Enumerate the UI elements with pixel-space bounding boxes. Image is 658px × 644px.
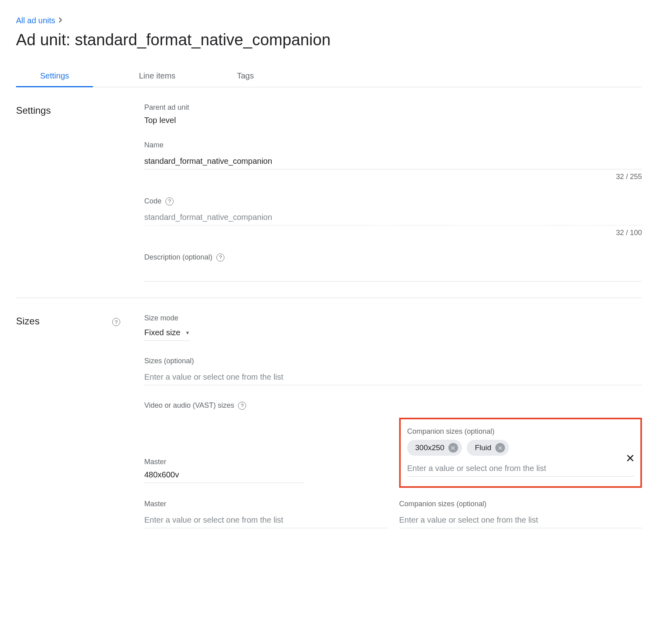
settings-section: Settings Parent ad unit Top level Name 3…: [16, 87, 642, 298]
close-icon[interactable]: ✕: [626, 451, 635, 465]
chip-label: 300x250: [415, 443, 444, 452]
code-label: Code: [144, 197, 161, 205]
name-label: Name: [144, 141, 642, 149]
breadcrumb: All ad units: [16, 16, 642, 25]
description-label: Description (optional): [144, 253, 212, 262]
chip-close-icon[interactable]: ✕: [495, 443, 505, 453]
tabs: Settings Line items Tags: [16, 65, 642, 87]
companion-sizes-label: Companion sizes (optional): [407, 427, 634, 436]
companion2-input[interactable]: [399, 512, 642, 528]
chip-close-icon[interactable]: ✕: [448, 443, 458, 453]
sizes-optional-label: Sizes (optional): [144, 357, 642, 365]
chip-fluid[interactable]: Fluid ✕: [467, 440, 509, 456]
sizes-input[interactable]: [144, 369, 642, 385]
chip-300x250[interactable]: 300x250 ✕: [407, 440, 462, 456]
companion-sizes-highlight: Companion sizes (optional) 300x250 ✕ Flu…: [399, 418, 642, 488]
companion-input[interactable]: Enter a value or select one from the lis…: [407, 461, 618, 476]
parent-ad-unit-value: Top level: [144, 116, 642, 125]
name-input[interactable]: [144, 153, 642, 169]
chip-label: Fluid: [475, 443, 491, 452]
page-title: Ad unit: standard_format_native_companio…: [16, 31, 642, 49]
tab-tags[interactable]: Tags: [221, 65, 269, 87]
master-label: Master: [144, 458, 387, 466]
sizes-heading: Sizes: [16, 316, 40, 327]
help-icon[interactable]: ?: [216, 254, 224, 262]
code-input[interactable]: [144, 209, 642, 225]
help-icon[interactable]: ?: [166, 197, 174, 205]
code-char-count: 32 / 100: [144, 229, 642, 237]
help-icon[interactable]: ?: [238, 402, 246, 410]
tab-line-items[interactable]: Line items: [133, 65, 181, 87]
master-value[interactable]: 480x600v: [144, 470, 179, 479]
size-mode-dropdown[interactable]: Fixed size ▼: [144, 326, 190, 341]
chevron-right-icon: [59, 16, 63, 25]
size-mode-value: Fixed size: [144, 328, 180, 337]
sizes-section: Sizes ? Size mode Fixed size ▼ Sizes (op…: [16, 298, 642, 544]
size-mode-label: Size mode: [144, 314, 642, 322]
vast-sizes-label: Video or audio (VAST) sizes: [144, 401, 234, 410]
companion2-label: Companion sizes (optional): [399, 500, 642, 508]
master2-label: Master: [144, 500, 387, 508]
help-icon[interactable]: ?: [112, 318, 120, 326]
settings-heading: Settings: [16, 105, 51, 116]
tab-settings[interactable]: Settings: [16, 65, 93, 87]
parent-ad-unit-label: Parent ad unit: [144, 103, 642, 112]
master2-input[interactable]: [144, 512, 387, 528]
caret-down-icon: ▼: [185, 330, 190, 336]
description-input[interactable]: [144, 266, 642, 282]
name-char-count: 32 / 255: [144, 173, 642, 181]
breadcrumb-link[interactable]: All ad units: [16, 16, 55, 25]
